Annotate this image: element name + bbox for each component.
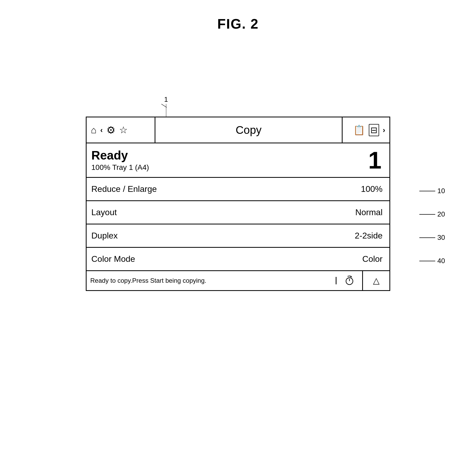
duplex-row[interactable]: Duplex 2-2side <box>87 224 389 248</box>
layout-label: Layout <box>91 207 355 217</box>
status-row: Ready 100% Tray 1 (A4) 1 <box>87 143 389 178</box>
status-left: Ready 100% Tray 1 (A4) <box>91 149 149 172</box>
settings-container: Reduce / Enlarge 100% 10 Layout Normal 2… <box>87 178 389 271</box>
status-message: Ready to copy.Press Start being copying. <box>87 277 336 284</box>
warning-icon[interactable]: △ <box>363 271 389 290</box>
reference-number-1: 1 <box>164 95 168 104</box>
color-mode-label: Color Mode <box>91 254 362 264</box>
layout-row[interactable]: Layout Normal <box>87 201 389 224</box>
home-icon[interactable]: ⌂ <box>91 125 97 135</box>
toolbar-left: ⌂ ‹ ⚙ ☆ <box>87 117 155 143</box>
figure-title: FIG. 2 <box>0 0 476 32</box>
reference-line-1 <box>166 104 166 117</box>
reduce-enlarge-row[interactable]: Reduce / Enlarge 100% <box>87 178 389 201</box>
timer-icon[interactable] <box>336 271 363 290</box>
layout-value: Normal <box>355 207 385 217</box>
duplex-value: 2-2side <box>355 231 385 241</box>
copy-count[interactable]: 1 <box>368 148 381 172</box>
annotation-20: 20 <box>419 210 445 218</box>
doc-icon[interactable]: 📋 <box>353 125 365 136</box>
mode-label: Copy <box>155 124 342 136</box>
reduce-enlarge-value: 100% <box>361 184 385 194</box>
color-mode-value: Color <box>362 254 385 264</box>
star-icon[interactable]: ☆ <box>119 125 128 136</box>
gear-icon[interactable]: ⚙ <box>106 124 115 136</box>
chevron-right-icon[interactable]: › <box>383 126 385 134</box>
screen-icon[interactable]: ⊟ <box>369 124 379 136</box>
toolbar-row: ⌂ ‹ ⚙ ☆ Copy 📋 ⊟ › <box>87 117 389 143</box>
display-panel: ⌂ ‹ ⚙ ☆ Copy 📋 ⊟ › Ready 100% Tray 1 (A4… <box>86 117 390 291</box>
annotation-30: 30 <box>419 233 445 242</box>
reduce-enlarge-label: Reduce / Enlarge <box>91 184 361 194</box>
chevron-left-icon[interactable]: ‹ <box>100 126 103 134</box>
ready-text: Ready <box>91 149 149 162</box>
annotation-40: 40 <box>419 257 445 265</box>
color-mode-row[interactable]: Color Mode Color <box>87 248 389 271</box>
toolbar-right: 📋 ⊟ › <box>342 117 389 143</box>
duplex-label: Duplex <box>91 231 355 241</box>
annotation-10: 10 <box>419 187 445 195</box>
status-sub-text: 100% Tray 1 (A4) <box>91 163 149 172</box>
status-bar: Ready to copy.Press Start being copying.… <box>87 271 389 290</box>
